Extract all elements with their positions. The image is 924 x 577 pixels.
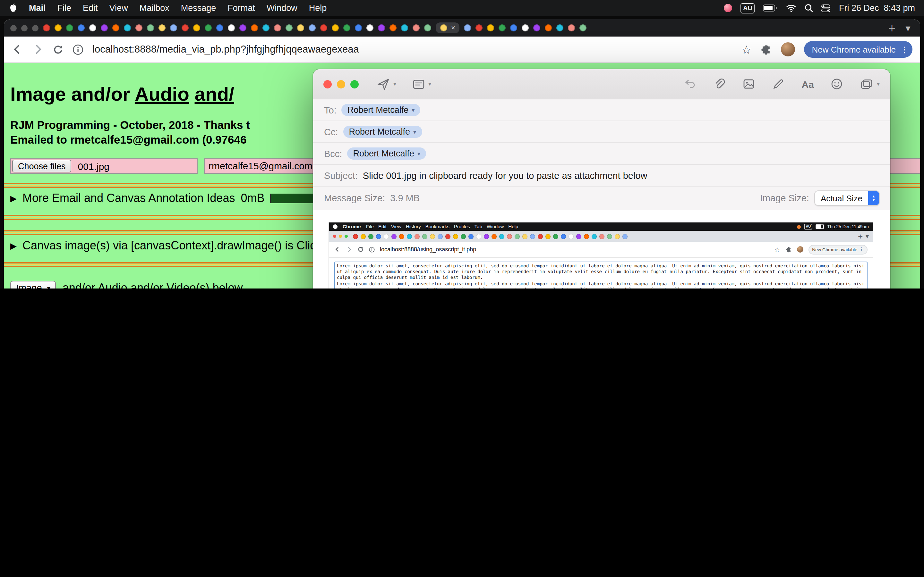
tab-favicon[interactable]: [384, 234, 389, 239]
tab-favicon[interactable]: [569, 234, 573, 239]
site-info-icon[interactable]: [73, 44, 83, 55]
chevron-down-icon[interactable]: ▾: [413, 129, 416, 135]
recipient-pill[interactable]: Robert Metcalfe▾: [347, 147, 426, 160]
menu-file[interactable]: File: [57, 3, 71, 13]
tab-favicon[interactable]: [576, 234, 582, 239]
tab-favicon[interactable]: [622, 234, 628, 239]
chevron-down-icon[interactable]: ▾: [417, 150, 420, 157]
tab-favicon[interactable]: [55, 24, 61, 31]
tab-favicon[interactable]: [216, 24, 223, 31]
tab-favicon[interactable]: [262, 24, 270, 31]
tab-favicon[interactable]: [510, 24, 517, 31]
menubar-clock[interactable]: Fri 26 Dec 8:43 pm: [839, 3, 915, 13]
tab-favicon[interactable]: [368, 234, 373, 239]
tab-favicon[interactable]: [309, 24, 316, 31]
tab-favicon[interactable]: [515, 234, 520, 239]
menu-history[interactable]: History: [406, 224, 421, 229]
kebab-menu-icon[interactable]: ⋮: [900, 45, 909, 54]
chevron-down-icon[interactable]: ▾: [393, 81, 396, 87]
active-tab[interactable]: ×: [436, 23, 460, 33]
tab-favicon[interactable]: [464, 24, 471, 31]
tab-favicon[interactable]: [274, 24, 281, 31]
menu-view[interactable]: View: [110, 3, 128, 13]
undo-icon[interactable]: [684, 77, 696, 90]
tab-favicon[interactable]: [353, 234, 358, 239]
subject-value[interactable]: Slide 001.jpg in clipboard ready for you…: [363, 170, 648, 181]
tab-favicon[interactable]: [445, 234, 451, 239]
profile-avatar[interactable]: [781, 42, 795, 56]
tab-favicon[interactable]: [438, 234, 443, 239]
tab-favicon[interactable]: [286, 24, 292, 31]
control-center-icon[interactable]: [822, 4, 830, 12]
menu-edit[interactable]: Edit: [83, 3, 98, 13]
choose-files-button[interactable]: Choose files: [12, 160, 71, 172]
triangle-icon[interactable]: ▶: [10, 241, 17, 250]
tab-favicon[interactable]: [136, 24, 142, 31]
chevron-down-icon[interactable]: ▾: [877, 81, 880, 87]
tab-favicon[interactable]: [170, 24, 177, 31]
recipient-pill[interactable]: Robert Metcalfe▾: [342, 104, 421, 116]
tab-favicon[interactable]: [355, 24, 362, 31]
media-type-select[interactable]: Image ▾: [10, 281, 56, 288]
tab-favicon[interactable]: [343, 24, 351, 31]
tab-favicon[interactable]: [360, 234, 366, 239]
tab-search-icon[interactable]: ▾: [902, 22, 914, 34]
menu-window[interactable]: Window: [487, 224, 504, 229]
tab-favicon[interactable]: [112, 24, 120, 31]
popup-stepper-icon[interactable]: ▴▾: [868, 191, 879, 205]
tab-favicon[interactable]: [297, 24, 304, 31]
tab-favicon[interactable]: [399, 234, 404, 239]
to-field[interactable]: To: Robert Metcalfe▾: [313, 99, 890, 121]
menu-profiles[interactable]: Profiles: [454, 224, 470, 229]
tab-favicon[interactable]: [147, 24, 154, 31]
video-link[interactable]: Video: [166, 281, 196, 288]
tab-favicon[interactable]: [205, 24, 212, 31]
audio-link[interactable]: Audio: [98, 281, 128, 288]
tab-favicon[interactable]: [507, 234, 512, 239]
tab-favicon[interactable]: [78, 24, 85, 31]
tab-favicon[interactable]: [499, 234, 504, 239]
url-bar[interactable]: localhost:8888/media_via_pb.php?jhfgjhgf…: [92, 44, 732, 55]
input-source-indicator[interactable]: AU: [740, 3, 755, 13]
tab-favicon[interactable]: [124, 24, 131, 31]
tab-favicon[interactable]: [484, 234, 489, 239]
chevron-down-icon[interactable]: ▾: [412, 107, 415, 113]
apple-menu-icon[interactable]: [9, 3, 17, 13]
markup-icon[interactable]: [772, 77, 785, 90]
tab-favicon[interactable]: [599, 234, 604, 239]
tab-favicon[interactable]: [239, 24, 246, 31]
close-button[interactable]: [323, 80, 332, 88]
insert-image-icon[interactable]: [743, 77, 756, 90]
tab-favicon[interactable]: [530, 234, 535, 239]
heading-link-and[interactable]: and/: [195, 83, 234, 105]
tab-favicon[interactable]: [43, 24, 50, 31]
menu-view[interactable]: View: [391, 224, 401, 229]
window-zoom-button[interactable]: [32, 25, 39, 31]
attached-screenshot[interactable]: Chrome FileEditViewHistoryBookmarksProfi…: [328, 222, 873, 288]
and-link[interactable]: and: [131, 281, 150, 288]
emoji-icon[interactable]: [830, 77, 843, 90]
tab-favicon[interactable]: [491, 234, 497, 239]
tab-favicon[interactable]: [545, 234, 551, 239]
menu-window[interactable]: Window: [267, 3, 297, 13]
battery-icon[interactable]: [763, 5, 778, 11]
menu-help[interactable]: Help: [508, 224, 518, 229]
new-tab-button[interactable]: +: [886, 22, 898, 34]
image-size-select[interactable]: Actual Size ▴▾: [814, 190, 880, 206]
tab-favicon[interactable]: [158, 24, 166, 31]
window-minimize-button[interactable]: [21, 25, 27, 31]
tab-favicon[interactable]: [389, 24, 397, 31]
tab-favicon[interactable]: [553, 234, 558, 239]
tab-favicon[interactable]: [476, 24, 483, 31]
window-close-button[interactable]: [10, 25, 17, 31]
menu-mailbox[interactable]: Mailbox: [140, 3, 170, 13]
tab-favicon[interactable]: [401, 24, 408, 31]
menu-tab[interactable]: Tab: [475, 224, 482, 229]
tab-favicon[interactable]: [522, 24, 529, 31]
tab-favicon[interactable]: [391, 234, 397, 239]
heading-link-audio[interactable]: Audio: [135, 83, 189, 105]
tab-favicon[interactable]: [193, 24, 200, 31]
tab-favicon[interactable]: [89, 24, 96, 31]
tab-favicon[interactable]: [182, 24, 189, 31]
tab-favicon[interactable]: [453, 234, 458, 239]
